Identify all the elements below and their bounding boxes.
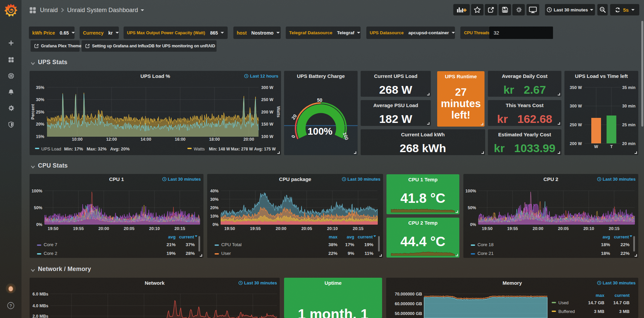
svg-text:250 W: 250 W bbox=[570, 123, 582, 127]
svg-text:Buffered: Buffered bbox=[558, 309, 575, 314]
svg-text:38%: 38% bbox=[328, 242, 337, 247]
svg-text:28%: 28% bbox=[186, 251, 195, 256]
svg-text:current: current bbox=[179, 234, 194, 239]
svg-text:Min: 148 W: Min: 148 W bbox=[209, 147, 230, 151]
svg-text:19:55: 19:55 bbox=[73, 226, 84, 231]
svg-text:25 min: 25 min bbox=[622, 123, 636, 127]
svg-text:18%: 18% bbox=[601, 251, 610, 256]
svg-text:15%: 15% bbox=[36, 134, 44, 139]
svg-text:CPU Total: CPU Total bbox=[221, 242, 242, 247]
svg-text:20:05: 20:05 bbox=[124, 226, 135, 231]
svg-text:17%: 17% bbox=[345, 242, 354, 247]
svg-text:20:00: 20:00 bbox=[276, 226, 286, 231]
svg-text:18:00: 18:00 bbox=[209, 137, 220, 142]
svg-text:avg: avg bbox=[603, 234, 610, 239]
svg-text:20:15: 20:15 bbox=[353, 226, 364, 231]
svg-text:W: W bbox=[594, 144, 598, 149]
svg-text:20:00: 20:00 bbox=[98, 226, 109, 231]
svg-text:100%: 100% bbox=[308, 126, 332, 137]
svg-text:max: max bbox=[596, 293, 605, 298]
svg-text:50%: 50% bbox=[34, 206, 42, 210]
svg-text:0%: 0% bbox=[213, 222, 219, 227]
svg-text:300 W: 300 W bbox=[261, 85, 273, 90]
svg-text:Percent: Percent bbox=[31, 104, 35, 120]
svg-text:50.000000 GB: 50.000000 GB bbox=[395, 311, 422, 316]
svg-text:19:55: 19:55 bbox=[507, 226, 518, 231]
svg-text:30%: 30% bbox=[36, 97, 44, 102]
svg-text:21%: 21% bbox=[167, 242, 176, 247]
svg-text:Max: 278 W: Max: 278 W bbox=[231, 147, 253, 151]
svg-text:User: User bbox=[221, 251, 231, 256]
svg-text:22%: 22% bbox=[620, 242, 630, 247]
svg-text:19:50: 19:50 bbox=[482, 226, 493, 231]
svg-text:?: ? bbox=[9, 304, 12, 308]
svg-text:35%: 35% bbox=[36, 85, 44, 90]
svg-text:70.000000 GB: 70.000000 GB bbox=[395, 292, 422, 297]
svg-text:14.7 GB: 14.7 GB bbox=[613, 300, 630, 305]
svg-text:150 W: 150 W bbox=[261, 122, 273, 127]
svg-text:25%: 25% bbox=[36, 110, 44, 115]
svg-text:9%: 9% bbox=[348, 251, 354, 256]
svg-text:20:05: 20:05 bbox=[558, 226, 569, 231]
svg-text:100%: 100% bbox=[32, 189, 42, 193]
svg-text:current: current bbox=[614, 234, 629, 239]
svg-text:T: T bbox=[610, 144, 613, 149]
svg-text:30%: 30% bbox=[210, 197, 219, 202]
svg-text:20 min: 20 min bbox=[622, 141, 636, 146]
svg-text:19%: 19% bbox=[167, 251, 176, 256]
svg-text:50: 50 bbox=[317, 97, 322, 103]
svg-text:20:00: 20:00 bbox=[533, 226, 543, 231]
svg-text:Core 2: Core 2 bbox=[44, 251, 57, 256]
svg-text:250 W: 250 W bbox=[261, 97, 273, 102]
svg-text:20:05: 20:05 bbox=[302, 226, 312, 231]
svg-text:4.0 MBs: 4.0 MBs bbox=[33, 304, 48, 308]
svg-text:11%: 11% bbox=[365, 251, 373, 256]
svg-text:35 min: 35 min bbox=[622, 85, 636, 90]
svg-text:200 W: 200 W bbox=[570, 141, 582, 146]
svg-text:300 W: 300 W bbox=[570, 104, 582, 108]
svg-text:Used: Used bbox=[558, 300, 568, 305]
svg-text:20:10: 20:10 bbox=[327, 226, 338, 231]
svg-text:19:50: 19:50 bbox=[48, 226, 58, 231]
svg-text:current: current bbox=[358, 234, 373, 239]
svg-text:12:00: 12:00 bbox=[106, 137, 117, 142]
svg-text:Max: 32%: Max: 32% bbox=[87, 146, 107, 151]
svg-text:100 W: 100 W bbox=[261, 134, 273, 139]
svg-text:16:00: 16:00 bbox=[175, 137, 186, 142]
svg-text:current: current bbox=[614, 293, 630, 298]
svg-text:Min: 17%: Min: 17% bbox=[64, 146, 83, 151]
svg-text:20:00: 20:00 bbox=[243, 137, 254, 142]
svg-text:22%: 22% bbox=[328, 251, 337, 256]
svg-text:19:55: 19:55 bbox=[250, 226, 261, 231]
svg-text:20:10: 20:10 bbox=[149, 226, 160, 231]
svg-text:18%: 18% bbox=[601, 242, 610, 247]
svg-text:10:00: 10:00 bbox=[72, 137, 83, 142]
svg-text:Watts: Watts bbox=[276, 106, 281, 118]
svg-text:50%: 50% bbox=[468, 206, 476, 210]
svg-text:14:00: 14:00 bbox=[140, 137, 151, 142]
svg-text:19%: 19% bbox=[364, 242, 373, 247]
svg-text:22%: 22% bbox=[620, 251, 630, 256]
svg-text:200 W: 200 W bbox=[261, 110, 273, 115]
svg-text:60.000000 GB: 60.000000 GB bbox=[395, 302, 422, 306]
svg-text:20:15: 20:15 bbox=[609, 226, 619, 231]
svg-text:20:10: 20:10 bbox=[583, 226, 594, 231]
svg-text:avg: avg bbox=[347, 234, 354, 239]
svg-text:10%: 10% bbox=[210, 214, 219, 219]
svg-text:14.7 GB: 14.7 GB bbox=[588, 300, 604, 305]
svg-text:37%: 37% bbox=[186, 242, 195, 247]
svg-text:Core 18: Core 18 bbox=[477, 242, 494, 247]
svg-text:Avg: 20%: Avg: 20% bbox=[110, 146, 130, 151]
svg-text:19:50: 19:50 bbox=[224, 226, 235, 231]
svg-text:0%: 0% bbox=[36, 222, 42, 227]
svg-text:6.0 MBs: 6.0 MBs bbox=[33, 292, 48, 297]
svg-text:UPS Load: UPS Load bbox=[41, 146, 61, 151]
svg-text:2.0 MBs: 2.0 MBs bbox=[33, 314, 48, 318]
svg-text:Avg: 175 W: Avg: 175 W bbox=[254, 147, 276, 151]
svg-text:Core 21: Core 21 bbox=[477, 251, 494, 256]
svg-text:100%: 100% bbox=[465, 189, 476, 193]
svg-text:Core 7: Core 7 bbox=[44, 242, 57, 247]
svg-text:Watts: Watts bbox=[194, 146, 205, 151]
svg-text:30 min: 30 min bbox=[622, 104, 636, 108]
svg-text:20%: 20% bbox=[36, 122, 44, 127]
